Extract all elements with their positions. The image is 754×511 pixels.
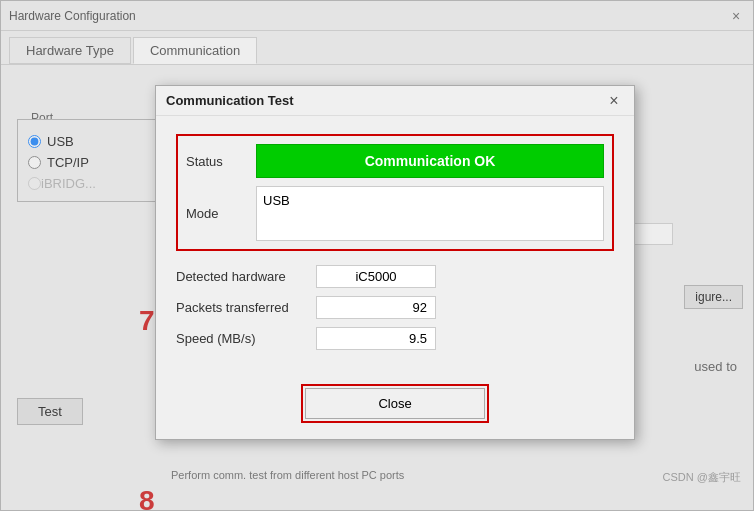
dialog-title-bar: Communication Test × [156, 86, 634, 116]
status-label: Status [186, 154, 256, 169]
mode-row: Mode USB [186, 186, 604, 241]
status-mode-box: Status Communication OK Mode USB [176, 134, 614, 251]
packets-label: Packets transferred [176, 300, 316, 315]
dialog-overlay: Communication Test × Status Communicatio… [0, 0, 754, 511]
mode-value: USB [263, 193, 290, 208]
packets-value: 92 [316, 296, 436, 319]
speed-row: Speed (MB/s) 9.5 [176, 327, 614, 350]
dialog-footer: Close [156, 374, 634, 439]
speed-value: 9.5 [316, 327, 436, 350]
communication-test-dialog: Communication Test × Status Communicatio… [155, 85, 635, 440]
close-button[interactable]: Close [305, 388, 485, 419]
speed-label: Speed (MB/s) [176, 331, 316, 346]
packets-row: Packets transferred 92 [176, 296, 614, 319]
close-button-wrapper: Close [301, 384, 489, 423]
dialog-title: Communication Test [166, 93, 294, 108]
detected-hardware-label: Detected hardware [176, 269, 316, 284]
detected-hardware-value: iC5000 [316, 265, 436, 288]
mode-label: Mode [186, 206, 256, 221]
status-row: Status Communication OK [186, 144, 604, 178]
dialog-body: Status Communication OK Mode USB Detecte… [156, 116, 634, 374]
mode-value-box: USB [256, 186, 604, 241]
dialog-close-button[interactable]: × [604, 91, 624, 111]
status-indicator: Communication OK [256, 144, 604, 178]
detected-hardware-row: Detected hardware iC5000 [176, 265, 614, 288]
